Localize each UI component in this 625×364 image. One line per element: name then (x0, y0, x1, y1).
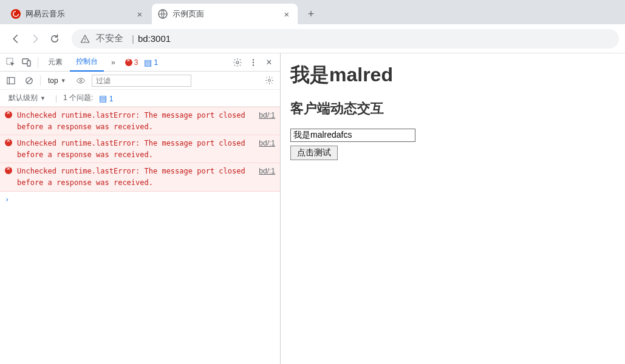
kebab-icon[interactable] (246, 55, 261, 70)
sidebar-toggle-icon[interactable] (4, 73, 18, 88)
page-content: 我是malred 客户端动态交互 点击测试 (281, 53, 625, 364)
svg-point-0 (11, 9, 21, 19)
svg-point-16 (268, 79, 270, 82)
svg-point-15 (80, 79, 81, 81)
new-tab-button[interactable]: + (302, 5, 319, 22)
gear-icon[interactable] (230, 55, 245, 70)
message-count-badge[interactable]: ▤ 1 (142, 58, 160, 67)
level-selector[interactable]: 默认级别 ▼ (5, 93, 49, 103)
tab-elements[interactable]: 元素 (42, 53, 69, 72)
console-error-row[interactable]: bd/:1 Unchecked runtime.lastError: The m… (0, 163, 280, 191)
warning-icon (80, 34, 90, 44)
divider: | (55, 94, 57, 103)
svg-rect-11 (7, 77, 15, 84)
devtools-panel: 元素 控制台 » 3 ▤ 1 × (0, 53, 281, 364)
clear-console-icon[interactable] (22, 73, 36, 88)
browser-tab-netease[interactable]: 网易云音乐 × (5, 4, 151, 24)
filter-input[interactable] (92, 75, 191, 87)
context-label: top (48, 76, 58, 85)
security-label: 不安全 (96, 33, 123, 44)
svg-line-14 (27, 78, 32, 83)
console-filter-bar: top ▼ (0, 72, 280, 90)
devtools-tabs: 元素 控制台 » 3 ▤ 1 × (0, 53, 280, 72)
close-icon[interactable]: × (135, 9, 145, 19)
chevron-down-icon: ▼ (61, 78, 66, 84)
console-error-row[interactable]: bd/:1 Unchecked runtime.lastError: The m… (0, 107, 280, 135)
tab-more[interactable]: » (105, 53, 121, 72)
tab-title: 示例页面 (172, 8, 282, 19)
close-icon[interactable]: × (262, 55, 276, 70)
error-count-badge[interactable]: 3 (123, 58, 141, 67)
tab-title: 网易云音乐 (26, 8, 135, 19)
message-icon: ▤ (99, 93, 107, 103)
svg-point-10 (253, 64, 254, 66)
error-text: Unchecked runtime.lastError: The message… (17, 111, 245, 131)
console-error-row[interactable]: bd/:1 Unchecked runtime.lastError: The m… (0, 135, 280, 163)
issue-badge[interactable]: ▤ 1 (99, 93, 113, 103)
close-icon[interactable]: × (282, 9, 292, 19)
svg-rect-6 (27, 61, 30, 66)
chevron-down-icon: ▼ (40, 95, 46, 101)
error-icon (125, 59, 132, 66)
level-label: 默认级别 (9, 93, 38, 103)
reload-button[interactable] (45, 29, 64, 49)
content-split: 元素 控制台 » 3 ▤ 1 × (0, 53, 625, 364)
tab-strip: 网易云音乐 × 示例页面 × + (0, 0, 625, 24)
address-separator: | (132, 33, 134, 44)
page-subheading: 客户端动态交互 (290, 99, 615, 118)
tab-console[interactable]: 控制台 (70, 53, 104, 72)
page-heading: 我是malred (290, 62, 615, 89)
browser-toolbar: 不安全 | bd:3001 (0, 24, 625, 53)
text-input[interactable] (290, 129, 415, 142)
issues-label: 1 个问题: (63, 93, 93, 103)
back-button[interactable] (6, 29, 26, 49)
error-text: Unchecked runtime.lastError: The message… (17, 167, 245, 187)
svg-point-3 (84, 41, 85, 41)
error-text: Unchecked runtime.lastError: The message… (17, 139, 245, 159)
console-level-bar: 默认级别 ▼ | 1 个问题: ▤ 1 (0, 90, 280, 107)
browser-tab-example[interactable]: 示例页面 × (152, 4, 298, 24)
gear-icon[interactable] (262, 73, 276, 88)
message-count: 1 (154, 58, 158, 67)
svg-point-7 (236, 61, 239, 64)
inspect-icon[interactable] (4, 55, 18, 70)
forward-button[interactable] (26, 29, 45, 49)
svg-point-9 (253, 61, 254, 62)
context-selector[interactable]: top ▼ (44, 76, 70, 85)
eye-icon[interactable] (73, 73, 88, 88)
error-source-link[interactable]: bd/:1 (259, 138, 275, 149)
netease-icon (11, 9, 21, 19)
svg-point-8 (253, 59, 254, 60)
error-count: 3 (134, 58, 138, 67)
url-text: bd:3001 (138, 33, 171, 44)
device-toggle-icon[interactable] (19, 55, 34, 70)
issue-count: 1 (109, 95, 114, 103)
divider (40, 76, 41, 86)
message-icon: ▤ (144, 58, 152, 67)
divider (38, 57, 38, 68)
address-bar[interactable]: 不安全 | bd:3001 (72, 29, 619, 49)
test-button[interactable]: 点击测试 (290, 146, 338, 160)
console-prompt[interactable]: › (0, 192, 280, 207)
error-source-link[interactable]: bd/:1 (259, 110, 275, 121)
console-output: bd/:1 Unchecked runtime.lastError: The m… (0, 107, 280, 364)
globe-icon (158, 9, 168, 19)
error-source-link[interactable]: bd/:1 (259, 166, 275, 177)
